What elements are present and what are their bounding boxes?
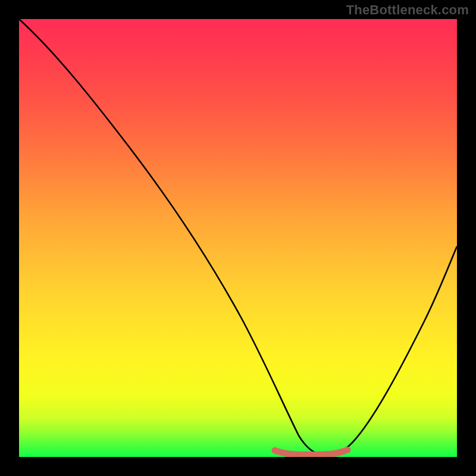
plot-area [19, 19, 457, 457]
bottleneck-curve [19, 19, 457, 455]
chart-frame: TheBottleneck.com [0, 0, 476, 476]
curve-layer [19, 19, 457, 457]
watermark-text: TheBottleneck.com [346, 2, 469, 18]
